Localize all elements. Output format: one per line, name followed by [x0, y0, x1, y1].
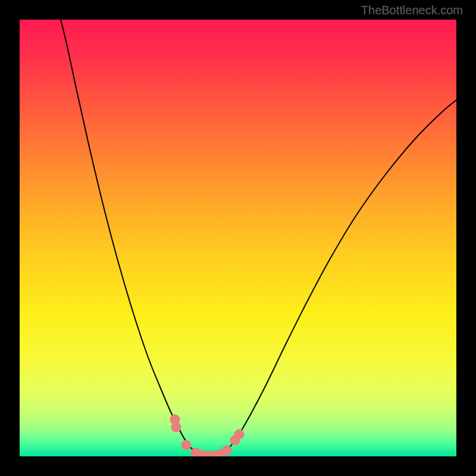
marker-dot-8: [222, 446, 232, 456]
plot-area: [20, 20, 456, 456]
marker-dot-2: [181, 440, 192, 450]
bottleneck-curve: [20, 20, 456, 456]
watermark-text: TheBottleneck.com: [361, 4, 463, 17]
curve-right-ascent: [226, 100, 456, 452]
curve-left-descent: [61, 20, 195, 452]
marker-dot-10: [234, 430, 245, 440]
chart-frame: TheBottleneck.com: [0, 0, 476, 476]
marker-dot-1: [171, 422, 181, 433]
